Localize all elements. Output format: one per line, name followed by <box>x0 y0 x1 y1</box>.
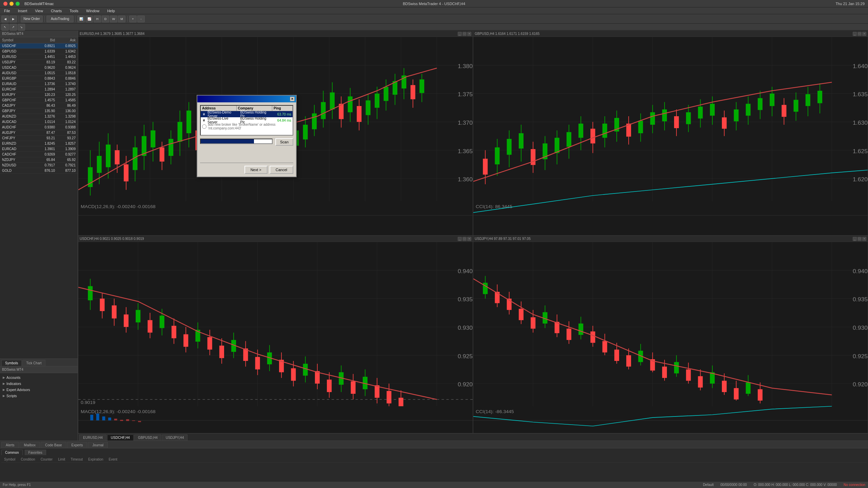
dialog-add-server-row[interactable]: add new broker like 'BrokerName' or addr… <box>201 123 293 129</box>
dialog-server-live-icon: 🖥 <box>201 119 207 122</box>
dialog-overlay: ✕ Address Company Ping 🖥 BDSwiss-Demo Se… <box>0 0 868 488</box>
dialog-titlebar: ✕ <box>197 96 296 102</box>
dialog-server-live-ping: 64.84 ms <box>272 119 293 122</box>
dialog-close-button[interactable]: ✕ <box>290 97 295 101</box>
dialog-col-address: Address <box>201 106 237 111</box>
dialog-progress-fill <box>201 139 254 143</box>
server-dialog: ✕ Address Company Ping 🖥 BDSwiss-Demo Se… <box>197 95 297 177</box>
dialog-progress-bar <box>200 139 273 144</box>
dialog-cancel-button[interactable]: Cancel <box>270 166 293 174</box>
dialog-scan-button[interactable]: Scan <box>275 138 293 146</box>
dialog-add-server-text: add new broker like 'BrokerName' or addr… <box>208 123 291 130</box>
dialog-col-ping: Ping <box>272 106 293 111</box>
dialog-add-server-radio[interactable] <box>202 124 206 129</box>
dialog-server-demo-ping: 63.70 ms <box>272 113 293 116</box>
dialog-body: Address Company Ping 🖥 BDSwiss-Demo Serv… <box>197 102 296 177</box>
dialog-next-button[interactable]: Next > <box>244 166 268 174</box>
dialog-server-list[interactable]: Address Company Ping 🖥 BDSwiss-Demo Serv… <box>200 105 293 136</box>
dialog-buttons: Next > Cancel <box>200 163 293 174</box>
dialog-progress-area: Scan <box>200 138 293 159</box>
dialog-col-company: Company <box>237 106 273 111</box>
dialog-server-demo-icon: 🖥 <box>201 113 207 116</box>
